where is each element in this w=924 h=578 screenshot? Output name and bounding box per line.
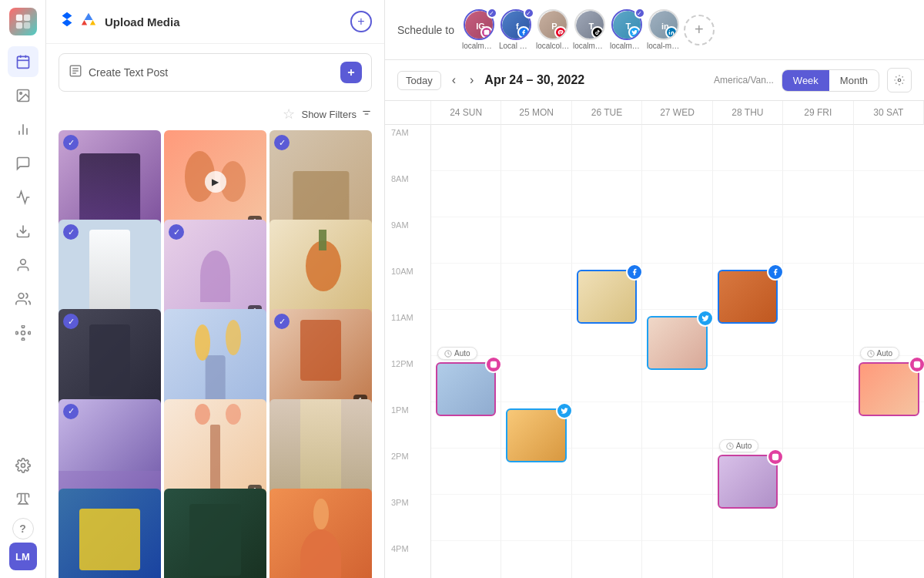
calendar-container[interactable]: 24 SUN 25 MON 26 TUE 27 WED 28 THU 29 FR… <box>385 101 924 578</box>
nav-lab-icon[interactable] <box>8 484 38 515</box>
calendar-cell[interactable] <box>501 217 571 264</box>
social-account-twitter[interactable]: T ✓ localmoji... <box>610 9 644 50</box>
month-view-button[interactable]: Month <box>829 70 879 91</box>
calendar-cell[interactable] <box>783 171 853 217</box>
calendar-cell[interactable] <box>431 125 501 171</box>
calendar-cell[interactable] <box>572 264 642 310</box>
calendar-cell[interactable] <box>642 264 712 310</box>
media-item[interactable]: ✓ <box>59 130 161 233</box>
social-account-facebook[interactable]: f ✓ Local Mo... <box>499 9 533 50</box>
social-account-instagram1[interactable]: IG ✓ localmoji... <box>462 9 496 50</box>
calendar-cell[interactable] <box>783 356 853 402</box>
calendar-cell[interactable] <box>854 125 924 171</box>
calendar-cell[interactable] <box>783 449 853 495</box>
nav-analytics-icon[interactable] <box>8 114 38 145</box>
calendar-cell[interactable] <box>783 541 853 578</box>
calendar-cell[interactable] <box>572 356 642 402</box>
media-item[interactable]: ✓ 1 <box>164 220 266 322</box>
upload-add-button[interactable]: + <box>350 11 372 32</box>
nav-team-icon[interactable] <box>8 284 38 314</box>
calendar-cell[interactable]: Auto <box>854 356 924 402</box>
calendar-cell[interactable] <box>783 217 853 264</box>
media-item[interactable]: ✓ <box>59 309 161 412</box>
calendar-cell[interactable] <box>783 495 853 541</box>
calendar-cell[interactable] <box>713 125 783 171</box>
calendar-cell[interactable] <box>572 125 642 171</box>
media-item[interactable] <box>270 399 372 502</box>
calendar-cell[interactable] <box>431 449 501 495</box>
social-account-pinterest[interactable]: P localcolo... <box>536 9 570 50</box>
calendar-cell[interactable] <box>783 402 853 449</box>
calendar-cell[interactable] <box>713 356 783 402</box>
calendar-cell[interactable] <box>642 449 712 495</box>
nav-gallery-icon[interactable] <box>8 80 38 111</box>
nav-chat-icon[interactable] <box>8 148 38 179</box>
calendar-cell[interactable] <box>501 310 571 356</box>
next-week-button[interactable]: › <box>467 70 477 90</box>
add-social-account-button[interactable]: + <box>684 15 715 45</box>
user-avatar[interactable]: LM <box>9 543 37 570</box>
show-filters-button[interactable]: Show Filters <box>301 109 372 120</box>
calendar-cell[interactable] <box>431 171 501 217</box>
calendar-cell[interactable] <box>783 264 853 310</box>
media-item[interactable]: ✓ 1 <box>270 309 372 412</box>
calendar-cell[interactable] <box>854 264 924 310</box>
calendar-cell[interactable] <box>572 171 642 217</box>
week-view-button[interactable]: Week <box>782 70 829 91</box>
calendar-cell[interactable] <box>501 402 571 449</box>
nav-settings-icon[interactable] <box>8 450 38 481</box>
calendar-cell[interactable] <box>501 356 571 402</box>
calendar-cell[interactable] <box>854 541 924 578</box>
calendar-cell[interactable] <box>431 495 501 541</box>
calendar-event[interactable]: Auto <box>718 455 778 509</box>
calendar-cell[interactable] <box>501 264 571 310</box>
calendar-cell[interactable] <box>642 217 712 264</box>
calendar-cell[interactable] <box>501 541 571 578</box>
calendar-cell[interactable] <box>572 495 642 541</box>
social-account-linkedin[interactable]: in local-moj... <box>647 9 681 50</box>
calendar-event[interactable]: Auto <box>436 362 496 416</box>
calendar-cell[interactable]: Auto <box>713 449 783 495</box>
calendar-cell[interactable] <box>783 125 853 171</box>
today-button[interactable]: Today <box>397 71 441 90</box>
calendar-event[interactable] <box>506 408 566 462</box>
calendar-cell[interactable] <box>854 495 924 541</box>
calendar-event[interactable] <box>718 270 778 324</box>
calendar-cell[interactable] <box>572 449 642 495</box>
calendar-cell[interactable] <box>642 495 712 541</box>
calendar-cell[interactable]: Auto <box>431 356 501 402</box>
calendar-cell[interactable] <box>642 402 712 449</box>
calendar-cell[interactable] <box>854 217 924 264</box>
calendar-cell[interactable] <box>713 264 783 310</box>
calendar-cell[interactable] <box>642 171 712 217</box>
calendar-cell[interactable] <box>642 310 712 356</box>
nav-download-icon[interactable] <box>8 216 38 247</box>
calendar-cell[interactable] <box>854 449 924 495</box>
calendar-cell[interactable] <box>783 310 853 356</box>
calendar-cell[interactable] <box>642 541 712 578</box>
calendar-cell[interactable] <box>854 171 924 217</box>
calendar-event[interactable]: Auto <box>859 362 919 416</box>
calendar-cell[interactable] <box>713 217 783 264</box>
media-item[interactable] <box>164 309 266 412</box>
calendar-cell[interactable] <box>431 217 501 264</box>
nav-integrations-icon[interactable] <box>8 318 38 348</box>
calendar-cell[interactable] <box>501 125 571 171</box>
calendar-cell[interactable] <box>642 125 712 171</box>
create-post-plus-icon[interactable] <box>340 62 362 83</box>
calendar-event[interactable] <box>647 316 707 370</box>
calendar-event[interactable] <box>577 270 637 324</box>
media-item[interactable]: 1 <box>164 399 266 502</box>
media-item[interactable]: ▶ 1 <box>164 130 266 233</box>
calendar-settings-button[interactable] <box>887 68 912 92</box>
create-text-post-button[interactable]: Create Text Post <box>59 53 372 92</box>
nav-calendar-icon[interactable] <box>8 46 38 77</box>
media-item[interactable] <box>270 220 372 322</box>
nav-profile-icon[interactable] <box>8 250 38 281</box>
media-item[interactable]: ✓ <box>59 399 161 502</box>
prev-week-button[interactable]: ‹ <box>449 70 459 90</box>
favorite-icon[interactable]: ☆ <box>283 106 295 123</box>
media-item[interactable]: ✓ <box>270 130 372 233</box>
calendar-cell[interactable] <box>501 495 571 541</box>
media-item[interactable]: ✓ <box>59 220 161 322</box>
